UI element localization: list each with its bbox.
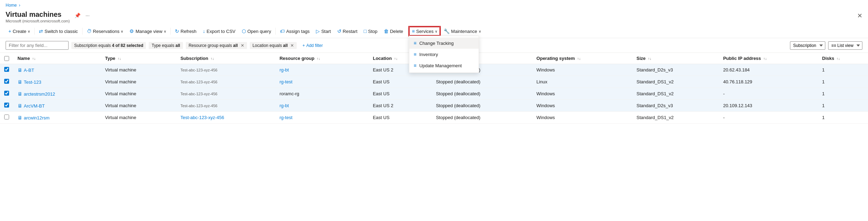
col-os[interactable]: Operating system ↑↓ — [532, 53, 632, 64]
gear-icon: ⚙ — [129, 28, 134, 34]
stop-button[interactable]: □ Stop — [361, 27, 380, 36]
list-view-select[interactable]: ≡≡ List view — [828, 41, 862, 50]
select-all-checkbox[interactable] — [4, 56, 9, 61]
ellipsis-button[interactable]: ··· — [84, 12, 91, 19]
add-filter-button[interactable]: + Add filter — [299, 42, 325, 49]
services-menu-item-change-tracking[interactable]: ≡ Change Tracking — [409, 37, 479, 49]
switch-classic-button[interactable]: ⇄ Switch to classic — [36, 27, 80, 36]
col-resource-group[interactable]: Resource group ↑↓ — [275, 53, 369, 64]
pin-button[interactable]: 📌 — [73, 12, 82, 19]
vm-name-link[interactable]: ArcVM-BT — [24, 103, 45, 109]
trash-icon: 🗑 — [384, 28, 389, 34]
switch-icon: ⇄ — [39, 28, 43, 34]
table-row: 🖥Test-123Virtual machineTest-abc-123-xyz… — [0, 76, 868, 88]
subscription-link[interactable]: Test-abc-123-xyz-456 — [181, 115, 224, 120]
rg-sort-icon: ↑↓ — [317, 57, 320, 61]
location-filter-close[interactable]: ✕ — [290, 43, 294, 48]
refresh-button[interactable]: ↻ Refresh — [172, 27, 199, 36]
type-filter-tag: Type equals all — [149, 42, 183, 49]
col-disks[interactable]: Disks ↑↓ — [818, 53, 868, 64]
row-checkbox[interactable] — [4, 67, 9, 72]
vm-name-link[interactable]: arctestrsm2012 — [24, 91, 55, 97]
query-icon: ⬡ — [242, 28, 246, 34]
col-name[interactable]: Name ↑↓ — [13, 53, 101, 64]
restart-icon: ↺ — [337, 28, 341, 34]
vm-name-link[interactable]: Test-123 — [24, 80, 41, 85]
create-chevron-icon: ∨ — [28, 29, 30, 33]
close-button[interactable]: ✕ — [857, 12, 862, 20]
stop-icon: □ — [364, 28, 367, 34]
table-row: 🖥arcwin12rsmVirtual machineTest-abc-123-… — [0, 112, 868, 124]
resource-group-link[interactable]: rg-bt — [280, 103, 289, 108]
services-dropdown[interactable]: ≡ Services ∨ ≡ Change Tracking ≡ Invento… — [409, 27, 440, 36]
assign-tags-button[interactable]: 🏷 Assign tags — [277, 27, 312, 36]
filter-input[interactable] — [6, 41, 69, 50]
breadcrumb-sep: › — [19, 3, 20, 8]
location-filter-tag: Location equals all ✕ — [250, 42, 297, 49]
disks-sort-icon: ↑↓ — [837, 57, 840, 61]
vm-name-link[interactable]: arcwin12rsm — [24, 115, 50, 120]
vm-icon: 🖥 — [17, 67, 22, 73]
page-subtitle: Microsoft (microsoft.onmicrosoft.com) — [6, 19, 70, 23]
open-query-button[interactable]: ⬡ Open query — [239, 27, 274, 36]
clock-icon: ⏱ — [87, 28, 92, 34]
col-size[interactable]: Size ↑↓ — [632, 53, 719, 64]
breadcrumb-home[interactable]: Home — [6, 3, 17, 8]
create-button[interactable]: + Create ∨ — [6, 27, 33, 36]
breadcrumb: Home › — [0, 0, 868, 9]
resource-group-link[interactable]: rg-bt — [280, 67, 289, 72]
row-checkbox[interactable] — [4, 91, 9, 96]
manage-view-button[interactable]: ⚙ Manage view ∨ — [127, 27, 169, 36]
maintenance-button[interactable]: 🔧 Maintenance ∨ — [441, 27, 484, 36]
start-button[interactable]: ▷ Start — [313, 27, 333, 36]
services-menu: ≡ Change Tracking ≡ Inventory ≡ Update M… — [409, 36, 479, 73]
update-management-icon: ≡ — [414, 63, 416, 68]
download-icon: ↓ — [203, 28, 205, 34]
subscription-filter-tag: Subscription equals 4 of 82 selected — [71, 42, 146, 49]
plus-icon: + — [8, 28, 11, 34]
loc-sort-icon: ↑↓ — [394, 57, 397, 61]
reservations-chevron-icon: ∨ — [121, 29, 123, 33]
manage-view-chevron-icon: ∨ — [164, 29, 166, 33]
maintenance-chevron-icon: ∨ — [479, 29, 481, 33]
services-menu-item-inventory[interactable]: ≡ Inventory — [409, 49, 479, 60]
vm-icon: 🖥 — [17, 103, 22, 109]
subscription-select[interactable]: Subscription — [790, 41, 825, 50]
inventory-icon: ≡ — [414, 51, 416, 57]
services-menu-item-update-management[interactable]: ≡ Update Management — [409, 60, 479, 71]
services-button[interactable]: ≡ Services ∨ — [409, 27, 440, 36]
services-chevron-icon: ∨ — [435, 29, 437, 33]
vm-icon: 🖥 — [17, 115, 22, 120]
tag-icon: 🏷 — [280, 28, 285, 34]
col-type[interactable]: Type ↑↓ — [101, 53, 176, 64]
services-list-icon: ≡ — [412, 28, 415, 34]
vm-icon: 🖥 — [17, 91, 22, 97]
table-row: 🖥arctestrsm2012Virtual machineTest-abc-1… — [0, 88, 868, 100]
row-checkbox[interactable] — [4, 103, 9, 108]
resource-group-filter-close[interactable]: ✕ — [241, 43, 244, 48]
size-sort-icon: ↑↓ — [648, 57, 651, 61]
resource-group-link[interactable]: rg-test — [280, 115, 292, 120]
delete-button[interactable]: 🗑 Delete — [381, 27, 406, 36]
reservations-button[interactable]: ⏱ Reservations ∨ — [84, 27, 126, 36]
refresh-icon: ↻ — [175, 28, 179, 34]
ip-sort-icon: ↑↓ — [763, 57, 767, 61]
play-icon: ▷ — [316, 28, 320, 34]
change-tracking-icon: ≡ — [414, 40, 416, 46]
col-public-ip[interactable]: Public IP address ↑↓ — [719, 53, 818, 64]
resource-group-link[interactable]: rg-test — [280, 79, 292, 84]
name-sort-icon: ↑↓ — [32, 57, 36, 61]
row-checkbox[interactable] — [4, 115, 9, 119]
resource-group-filter-tag: Resource group equals all ✕ — [186, 42, 247, 49]
vm-icon: 🖥 — [17, 79, 22, 85]
row-checkbox[interactable] — [4, 79, 9, 84]
add-filter-icon: + — [302, 43, 305, 48]
restart-button[interactable]: ↺ Restart — [334, 27, 360, 36]
col-subscription[interactable]: Subscription ↑↓ — [176, 53, 275, 64]
export-csv-button[interactable]: ↓ Export to CSV — [200, 27, 238, 36]
sub-sort-icon: ↑↓ — [211, 57, 214, 61]
wrench-icon: 🔧 — [444, 28, 450, 34]
table-row: 🖥ArcVM-BTVirtual machineTest-abc-123-xyz… — [0, 100, 868, 112]
page-title: Virtual machines — [6, 11, 70, 19]
vm-name-link[interactable]: A-BT — [24, 68, 34, 73]
